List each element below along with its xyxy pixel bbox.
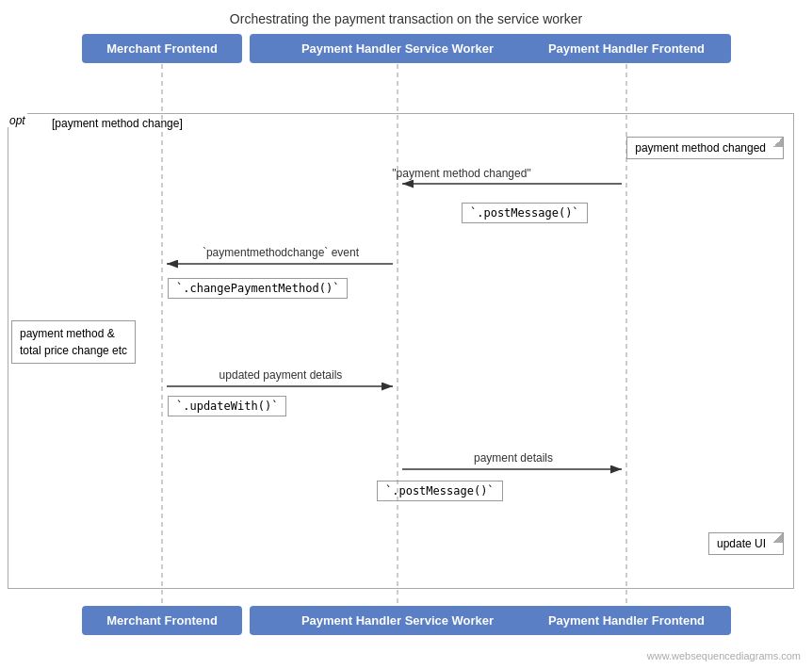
note-update-ui: update UI — [708, 532, 784, 555]
note-payment-method-changed: payment method changed — [626, 137, 784, 159]
actor-handler-frontend-bottom: Payment Handler Frontend — [522, 606, 731, 635]
actor-service-worker-bottom: Payment Handler Service Worker — [250, 606, 545, 635]
diagram-container: Orchestrating the payment transaction on… — [0, 0, 812, 669]
diagram-title: Orchestrating the payment transaction on… — [0, 0, 812, 34]
actor-service-worker-top: Payment Handler Service Worker — [250, 34, 545, 63]
comment-payment-method-total: payment method &total price change etc — [11, 320, 136, 364]
actor-merchant-top: Merchant Frontend — [82, 34, 242, 63]
method-change-payment: `.changePaymentMethod()` — [168, 278, 348, 299]
method-post-message-1: `.postMessage()` — [462, 203, 588, 223]
opt-guard: [payment method change] — [52, 117, 183, 130]
watermark: www.websequencediagrams.com — [647, 650, 801, 661]
method-post-message-2: `.postMessage()` — [377, 481, 503, 501]
actor-merchant-bottom: Merchant Frontend — [82, 606, 242, 635]
opt-label: opt — [8, 113, 27, 127]
actor-handler-frontend-top: Payment Handler Frontend — [522, 34, 731, 63]
method-update-with: `.updateWith()` — [168, 396, 286, 416]
